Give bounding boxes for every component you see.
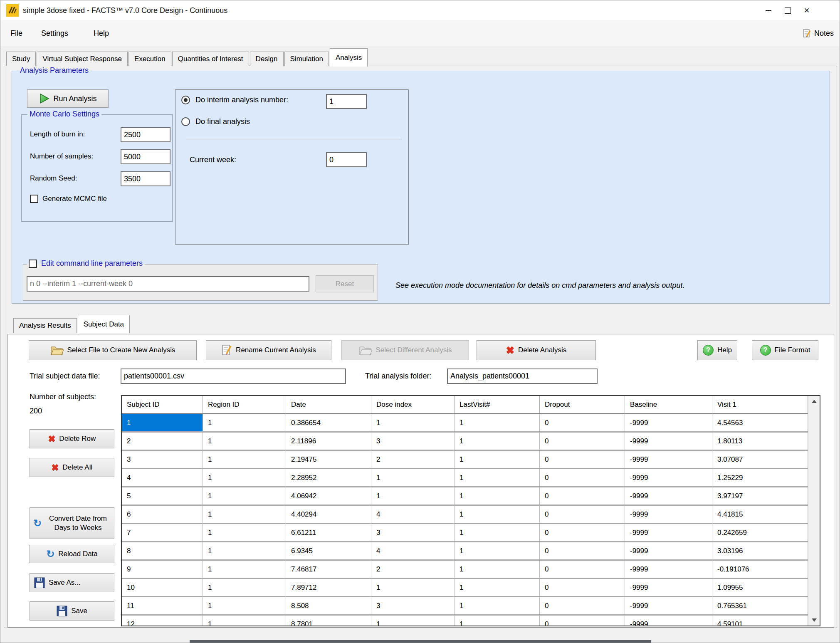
table-cell[interactable]: 7.89712 (286, 579, 371, 596)
minimize-button[interactable] (759, 0, 778, 20)
table-cell[interactable]: 11 (122, 597, 203, 614)
table-cell[interactable]: 1 (203, 414, 286, 431)
table-cell[interactable]: 2 (371, 451, 455, 468)
table-cell[interactable]: 4.54563 (712, 414, 808, 431)
table-cell[interactable]: 4 (371, 506, 455, 523)
mc-field-input[interactable] (121, 171, 170, 186)
scroll-up-button[interactable] (808, 396, 820, 407)
table-cell[interactable]: 1 (371, 616, 455, 626)
column-header[interactable]: Baseline (625, 396, 712, 413)
table-cell[interactable]: 1 (371, 469, 455, 486)
tab-simulation[interactable]: Simulation (284, 52, 329, 66)
table-cell[interactable]: 1 (371, 579, 455, 596)
maximize-button[interactable] (778, 0, 797, 20)
table-cell[interactable]: 6.61211 (286, 524, 371, 541)
grid-scrollbar[interactable] (808, 396, 820, 626)
run-analysis-button[interactable]: Run Analysis (27, 89, 109, 108)
menu-file[interactable]: File (8, 25, 25, 41)
table-cell[interactable]: 0 (540, 487, 625, 505)
mc-field-input[interactable] (121, 127, 170, 142)
table-cell[interactable]: -9999 (625, 616, 712, 626)
table-cell[interactable]: 1 (203, 616, 286, 626)
table-cell[interactable]: 1 (371, 487, 455, 505)
tab-virtual-subject-response[interactable]: Virtual Subject Response (37, 52, 128, 66)
table-cell[interactable]: 2.28952 (286, 469, 371, 486)
table-cell[interactable]: -9999 (625, 542, 712, 559)
table-cell[interactable]: 1 (455, 524, 540, 541)
tab-analysis-results[interactable]: Analysis Results (13, 318, 77, 333)
table-cell[interactable]: 7.46817 (286, 561, 371, 578)
table-cell[interactable]: 4.06942 (286, 487, 371, 505)
table-cell[interactable]: -9999 (625, 451, 712, 468)
table-cell[interactable]: 1 (203, 597, 286, 614)
table-cell[interactable]: 2 (122, 433, 203, 450)
table-cell[interactable]: 3 (371, 524, 455, 541)
select-different-button[interactable]: Select Different Analysis (341, 340, 469, 360)
table-cell[interactable]: 7 (122, 524, 203, 541)
table-cell[interactable]: 2 (371, 561, 455, 578)
table-cell[interactable]: 3.03196 (712, 542, 808, 559)
save-button[interactable]: Save (30, 601, 114, 621)
table-cell[interactable]: -9999 (625, 561, 712, 578)
generate-mcmc-checkbox[interactable] (30, 195, 38, 203)
select-file-button[interactable]: Select File to Create New Analysis (29, 340, 197, 360)
table-cell[interactable]: -0.191076 (712, 561, 808, 578)
table-cell[interactable]: 1 (455, 433, 540, 450)
table-cell[interactable]: 0 (540, 506, 625, 523)
table-cell[interactable]: -9999 (625, 506, 712, 523)
table-cell[interactable]: -9999 (625, 414, 712, 431)
convert-date-button[interactable]: ↻ Convert Date from Days to Weeks (30, 507, 114, 539)
table-cell[interactable]: 10 (122, 579, 203, 596)
table-cell[interactable]: 3 (371, 433, 455, 450)
table-cell[interactable]: -9999 (625, 597, 712, 614)
table-cell[interactable]: 4.59101 (712, 616, 808, 626)
rename-analysis-button[interactable]: Rename Current Analysis (206, 340, 331, 360)
cmd-params-input[interactable] (27, 276, 309, 292)
notes-button[interactable]: Notes (802, 25, 834, 41)
table-cell[interactable]: 1 (455, 487, 540, 505)
table-cell[interactable]: 6 (122, 506, 203, 523)
scroll-down-button[interactable] (808, 615, 820, 626)
column-header[interactable]: LastVisit# (455, 396, 540, 413)
table-cell[interactable]: 0 (540, 524, 625, 541)
table-cell[interactable]: 3.97197 (712, 487, 808, 505)
tab-design[interactable]: Design (250, 52, 284, 66)
table-cell[interactable]: 1 (203, 487, 286, 505)
table-cell[interactable]: 1 (371, 414, 455, 431)
table-cell[interactable]: 1 (203, 561, 286, 578)
table-cell[interactable]: 0 (540, 616, 625, 626)
table-cell[interactable]: 8.7801 (286, 616, 371, 626)
table-cell[interactable]: 0 (540, 414, 625, 431)
table-cell[interactable]: 1 (455, 506, 540, 523)
table-cell[interactable]: 1.80113 (712, 433, 808, 450)
table-cell[interactable]: 1 (203, 579, 286, 596)
table-cell[interactable]: 0 (540, 433, 625, 450)
table-cell[interactable]: 6.9345 (286, 542, 371, 559)
data-file-input[interactable] (121, 368, 346, 384)
column-header[interactable]: Date (286, 396, 371, 413)
delete-row-button[interactable]: ✖ Delete Row (30, 429, 114, 448)
table-cell[interactable]: 1 (203, 469, 286, 486)
file-format-button[interactable]: ? File Format (752, 340, 818, 360)
table-cell[interactable]: 12 (122, 616, 203, 626)
table-cell[interactable]: -9999 (625, 487, 712, 505)
table-cell[interactable]: 3.07087 (712, 451, 808, 468)
table-cell[interactable]: 2.11896 (286, 433, 371, 450)
table-cell[interactable]: 0 (540, 561, 625, 578)
analysis-folder-input[interactable] (447, 368, 598, 384)
delete-analysis-button[interactable]: ✖ Delete Analysis (477, 340, 596, 360)
table-cell[interactable]: 1 (203, 506, 286, 523)
table-cell[interactable]: 1 (455, 469, 540, 486)
table-cell[interactable]: -9999 (625, 524, 712, 541)
delete-all-button[interactable]: ✖ Delete All (30, 458, 114, 477)
tab-subject-data[interactable]: Subject Data (78, 315, 130, 333)
help-button[interactable]: ? Help (697, 340, 737, 360)
table-cell[interactable]: 1 (455, 414, 540, 431)
final-analysis-radio[interactable] (181, 117, 190, 126)
table-cell[interactable]: 1.25229 (712, 469, 808, 486)
menu-settings[interactable]: Settings (39, 25, 71, 41)
tab-execution[interactable]: Execution (128, 52, 171, 66)
table-cell[interactable]: 1 (455, 542, 540, 559)
reset-button[interactable]: Reset (316, 275, 374, 292)
table-cell[interactable]: 0.386654 (286, 414, 371, 431)
